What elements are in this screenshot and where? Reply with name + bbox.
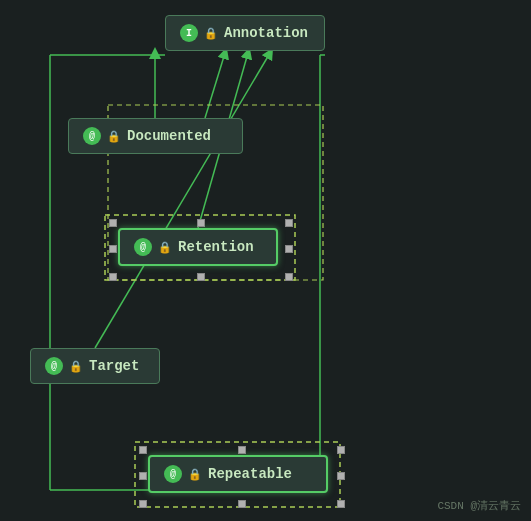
repeatable-label: Repeatable: [208, 466, 292, 482]
target-lock-icon: 🔒: [69, 360, 83, 373]
handle-retention-tl[interactable]: [109, 219, 117, 227]
retention-lock-icon: 🔒: [158, 241, 172, 254]
handle-retention-mr[interactable]: [285, 245, 293, 253]
handle-repeatable-br[interactable]: [337, 500, 345, 508]
retention-icon: @: [134, 238, 152, 256]
handle-repeatable-tr[interactable]: [337, 446, 345, 454]
repeatable-node[interactable]: @ 🔒 Repeatable: [148, 455, 328, 493]
handle-retention-bl[interactable]: [109, 273, 117, 281]
annotation-node[interactable]: I 🔒 Annotation: [165, 15, 325, 51]
documented-label: Documented: [127, 128, 211, 144]
target-node[interactable]: @ 🔒 Target: [30, 348, 160, 384]
handle-retention-br[interactable]: [285, 273, 293, 281]
handle-repeatable-mr[interactable]: [337, 472, 345, 480]
annotation-lock-icon: 🔒: [204, 27, 218, 40]
handle-retention-ml[interactable]: [109, 245, 117, 253]
repeatable-icon: @: [164, 465, 182, 483]
handle-repeatable-tm[interactable]: [238, 446, 246, 454]
svg-line-4: [95, 53, 270, 348]
handle-retention-tr[interactable]: [285, 219, 293, 227]
retention-node[interactable]: @ 🔒 Retention: [118, 228, 278, 266]
target-label: Target: [89, 358, 139, 374]
handle-retention-bm[interactable]: [197, 273, 205, 281]
documented-icon: @: [83, 127, 101, 145]
handle-repeatable-tl[interactable]: [139, 446, 147, 454]
handle-repeatable-bl[interactable]: [139, 500, 147, 508]
documented-node[interactable]: @ 🔒 Documented: [68, 118, 243, 154]
handle-repeatable-ml[interactable]: [139, 472, 147, 480]
annotation-icon: I: [180, 24, 198, 42]
handle-repeatable-bm[interactable]: [238, 500, 246, 508]
retention-label: Retention: [178, 239, 254, 255]
repeatable-lock-icon: 🔒: [188, 468, 202, 481]
target-icon: @: [45, 357, 63, 375]
handle-retention-tm[interactable]: [197, 219, 205, 227]
documented-lock-icon: 🔒: [107, 130, 121, 143]
diagram-canvas: I 🔒 Annotation @ 🔒 Documented @ 🔒 Retent…: [0, 0, 531, 521]
annotation-label: Annotation: [224, 25, 308, 41]
svg-line-2: [205, 53, 225, 118]
